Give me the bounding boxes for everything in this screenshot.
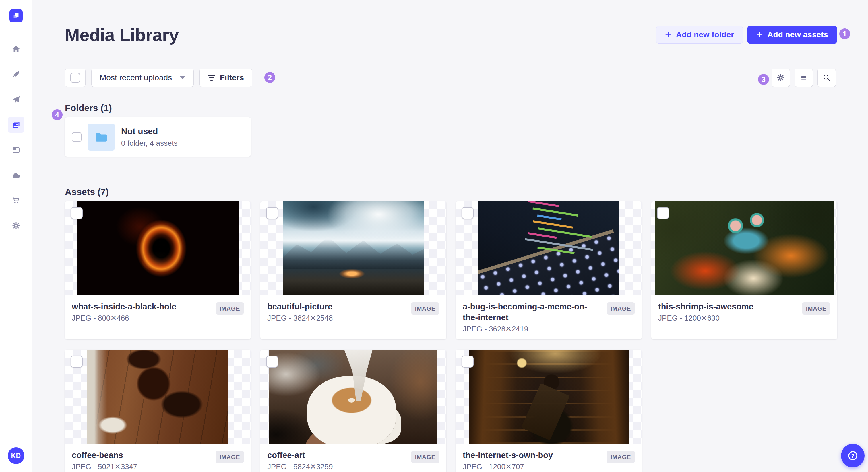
app-logo[interactable]: [9, 9, 23, 22]
toolbar-left: Most recent uploads Filters: [65, 69, 252, 87]
asset-thumbnail: [260, 350, 446, 444]
folder-card[interactable]: Not used 0 folder, 4 assets: [65, 117, 251, 157]
pictures-icon: [11, 120, 21, 129]
asset-card[interactable]: what-s-inside-a-black-holeJPEG - 800✕466…: [65, 201, 251, 339]
gear-icon: [776, 73, 785, 82]
search-button[interactable]: [817, 69, 836, 87]
sidebar-item-cloud[interactable]: [8, 167, 24, 183]
search-icon: [823, 73, 831, 82]
list-view-button[interactable]: [795, 69, 813, 87]
strapi-logo-icon: [12, 11, 20, 20]
asset-thumbnail: [651, 201, 837, 295]
help-button[interactable]: ?: [841, 444, 865, 467]
asset-texts: this-shrimp-is-awesomeJPEG - 1200✕630: [658, 301, 802, 322]
asset-thumbnail: [456, 350, 642, 444]
asset-title: beautiful-picture: [267, 301, 406, 312]
select-all-checkbox[interactable]: [65, 69, 86, 87]
asset-checkbox[interactable]: [657, 207, 669, 219]
header-actions: + Add new folder + Add new assets: [656, 26, 837, 43]
asset-image-blackhole: [77, 201, 239, 295]
sort-select-value: Most recent uploads: [100, 73, 172, 82]
folder-icon: [95, 131, 108, 143]
asset-card-body: coffee-artJPEG - 5824✕3259IMAGE: [260, 444, 446, 472]
cloud-icon: [11, 171, 21, 180]
sidebar-item-home[interactable]: [8, 41, 24, 57]
asset-texts: the-internet-s-own-boyJPEG - 1200✕707: [463, 450, 607, 471]
asset-thumbnail: [456, 201, 642, 295]
sidebar-item-layouts[interactable]: [8, 142, 24, 158]
folder-name: Not used: [121, 127, 178, 136]
asset-checkbox[interactable]: [266, 207, 278, 219]
asset-image-laptop: [478, 201, 619, 295]
asset-checkbox[interactable]: [462, 356, 474, 368]
list-icon: [799, 73, 808, 82]
asset-title: a-bug-is-becoming-a-meme-on-the-internet: [463, 301, 602, 323]
annotation-step-2: 2: [265, 72, 275, 83]
svg-text:?: ?: [851, 453, 855, 459]
folders-heading: Folders (1): [65, 102, 851, 113]
sidebar-item-releases[interactable]: [8, 92, 24, 107]
asset-card[interactable]: a-bug-is-becoming-a-meme-on-the-internet…: [456, 201, 642, 339]
home-icon: [12, 45, 20, 53]
folder-checkbox[interactable]: [72, 132, 82, 142]
asset-thumbnail: [260, 201, 446, 295]
asset-meta: JPEG - 1200✕707: [463, 462, 602, 471]
asset-title: this-shrimp-is-awesome: [658, 301, 797, 312]
asset-checkbox[interactable]: [462, 207, 474, 219]
asset-meta: JPEG - 800✕466: [72, 314, 211, 322]
sidebar-item-media-library[interactable]: [8, 117, 24, 133]
assets-heading: Assets (7): [65, 187, 851, 197]
asset-thumbnail: [65, 201, 251, 295]
sidebar-nav: [8, 41, 24, 234]
asset-card-body: a-bug-is-becoming-a-meme-on-the-internet…: [456, 295, 642, 339]
checkbox-box: [70, 73, 80, 82]
asset-thumbnail: [65, 350, 251, 444]
add-new-assets-label: Add new assets: [767, 31, 828, 39]
asset-type-badge: IMAGE: [216, 302, 244, 314]
filter-icon: [208, 74, 215, 81]
assets-grid: what-s-inside-a-black-holeJPEG - 800✕466…: [65, 201, 851, 472]
asset-card-body: what-s-inside-a-black-holeJPEG - 800✕466…: [65, 295, 251, 339]
feather-icon: [12, 70, 20, 78]
asset-meta: JPEG - 3628✕2419: [463, 325, 602, 333]
sidebar-item-purchases[interactable]: [8, 193, 24, 208]
asset-texts: coffee-beansJPEG - 5021✕3347: [72, 450, 216, 471]
paper-plane-icon: [12, 95, 20, 104]
user-avatar[interactable]: KD: [8, 447, 24, 464]
asset-title: what-s-inside-a-black-hole: [72, 301, 211, 312]
asset-card[interactable]: coffee-artJPEG - 5824✕3259IMAGE: [260, 350, 446, 472]
section-divider: [65, 172, 851, 172]
add-new-folder-label: Add new folder: [676, 31, 734, 39]
filters-button[interactable]: Filters: [199, 69, 252, 87]
main-content: Media Library + Add new folder + Add new…: [32, 0, 868, 472]
asset-card[interactable]: coffee-beansJPEG - 5021✕3347IMAGE: [65, 350, 251, 472]
chevron-down-icon: [180, 76, 185, 79]
asset-texts: coffee-artJPEG - 5824✕3259: [267, 450, 411, 471]
asset-card[interactable]: beautiful-pictureJPEG - 3824✕2548IMAGE: [260, 201, 446, 339]
sidebar-item-content-manager[interactable]: [8, 66, 24, 82]
asset-image-library: [469, 350, 629, 444]
asset-meta: JPEG - 5824✕3259: [267, 462, 406, 471]
add-new-folder-button[interactable]: + Add new folder: [656, 26, 743, 43]
asset-image-shrimp: [655, 201, 834, 295]
asset-card[interactable]: the-internet-s-own-boyJPEG - 1200✕707IMA…: [456, 350, 642, 472]
sidebar-item-settings[interactable]: [8, 217, 24, 234]
asset-texts: a-bug-is-becoming-a-meme-on-the-internet…: [463, 301, 607, 333]
asset-texts: what-s-inside-a-black-holeJPEG - 800✕466: [72, 301, 216, 322]
asset-card-body: this-shrimp-is-awesomeJPEG - 1200✕630IMA…: [651, 295, 837, 339]
add-new-assets-button[interactable]: + Add new assets: [747, 26, 837, 43]
asset-checkbox[interactable]: [71, 207, 83, 219]
sidebar: KD: [0, 0, 32, 472]
asset-checkbox[interactable]: [266, 356, 278, 368]
page-header: Media Library + Add new folder + Add new…: [65, 25, 851, 44]
asset-meta: JPEG - 5021✕3347: [72, 462, 211, 471]
filters-label: Filters: [220, 73, 244, 82]
asset-title: the-internet-s-own-boy: [463, 450, 602, 461]
configure-view-button[interactable]: [772, 69, 790, 87]
sort-select[interactable]: Most recent uploads: [91, 69, 194, 87]
asset-texts: beautiful-pictureJPEG - 3824✕2548: [267, 301, 411, 322]
asset-checkbox[interactable]: [71, 356, 83, 368]
asset-card[interactable]: this-shrimp-is-awesomeJPEG - 1200✕630IMA…: [651, 201, 837, 339]
asset-type-badge: IMAGE: [607, 302, 635, 314]
asset-type-badge: IMAGE: [411, 302, 439, 314]
